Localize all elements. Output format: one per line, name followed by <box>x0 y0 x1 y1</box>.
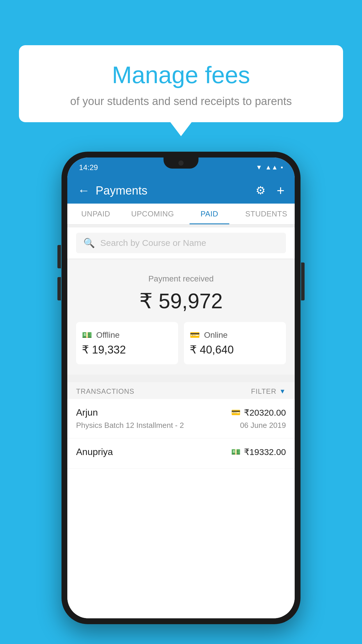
back-button[interactable]: ← <box>78 183 90 197</box>
transaction-course: Physics Batch 12 Installment - 2 <box>76 421 184 430</box>
signal-icon: ▲▲ <box>265 164 278 171</box>
add-button[interactable]: + <box>277 183 284 198</box>
camera-dot <box>178 160 184 166</box>
search-input-wrapper[interactable]: 🔍 Search by Course or Name <box>76 233 286 253</box>
search-input[interactable]: Search by Course or Name <box>100 238 206 248</box>
transactions-header: TRANSACTIONS FILTER ▼ <box>67 382 295 401</box>
phone-screen: 14:29 ▼ ▲▲ ▪ ← Payments ⚙ + <box>67 158 295 618</box>
online-card: 💳 Online ₹ 40,640 <box>184 322 286 364</box>
transactions-label: TRANSACTIONS <box>76 387 134 396</box>
online-amount: ₹ 40,640 <box>190 343 280 356</box>
transaction-name: Arjun <box>76 407 98 418</box>
payment-cards: 💵 Offline ₹ 19,332 💳 Online ₹ 40,640 <box>76 322 286 364</box>
battery-icon: ▪ <box>281 164 283 171</box>
online-card-header: 💳 Online <box>190 330 280 340</box>
notch-cutout <box>164 158 198 169</box>
side-button-vol-up <box>57 245 61 268</box>
transaction-amount: ₹19332.00 <box>244 447 286 457</box>
phone-frame: 14:29 ▼ ▲▲ ▪ ← Payments ⚙ + <box>61 152 301 624</box>
status-icons: ▼ ▲▲ ▪ <box>256 164 283 171</box>
manage-fees-subtitle: of your students and send receipts to pa… <box>36 95 326 108</box>
offline-card: 💵 Offline ₹ 19,332 <box>76 322 178 364</box>
cash-icon: 💵 <box>82 330 92 340</box>
tab-unpaid[interactable]: UNPAID <box>67 204 124 224</box>
transaction-row1: Arjun 💳 ₹20320.00 <box>76 407 286 418</box>
card-icon: 💳 <box>190 330 200 340</box>
phone-mockup: 14:29 ▼ ▲▲ ▪ ← Payments ⚙ + <box>61 152 301 624</box>
tab-upcoming[interactable]: UPCOMING <box>124 204 181 224</box>
transactions-list: Arjun 💳 ₹20320.00 Physics Batch 12 Insta… <box>67 399 295 618</box>
transaction-amount-row: 💵 ₹19332.00 <box>231 447 286 457</box>
manage-fees-title: Manage fees <box>36 61 326 89</box>
wifi-icon: ▼ <box>256 164 262 171</box>
page-title: Payments <box>96 184 250 197</box>
payment-received-label: Payment received <box>76 274 286 284</box>
search-bar: 🔍 Search by Course or Name <box>67 228 295 258</box>
side-button-vol-down <box>57 277 61 300</box>
transaction-item[interactable]: Anupriya 💵 ₹19332.00 <box>67 438 295 469</box>
transaction-date: 06 June 2019 <box>240 421 286 430</box>
offline-label: Offline <box>96 330 120 340</box>
transaction-name: Anupriya <box>76 447 113 457</box>
side-button-power <box>301 262 305 300</box>
payment-summary: Payment received ₹ 59,972 💵 Offline ₹ 19… <box>67 260 295 374</box>
status-bar: 14:29 ▼ ▲▲ ▪ <box>67 158 295 177</box>
transaction-amount-row: 💳 ₹20320.00 <box>231 407 286 418</box>
status-time: 14:29 <box>79 163 98 172</box>
transaction-amount: ₹20320.00 <box>244 407 286 418</box>
filter-icon: ▼ <box>279 388 286 395</box>
offline-card-header: 💵 Offline <box>82 330 172 340</box>
tabs-bar: UNPAID UPCOMING PAID STUDENTS <box>67 204 295 225</box>
search-icon: 🔍 <box>83 237 95 249</box>
transaction-item[interactable]: Arjun 💳 ₹20320.00 Physics Batch 12 Insta… <box>67 399 295 438</box>
online-label: Online <box>204 330 228 340</box>
transaction-row1: Anupriya 💵 ₹19332.00 <box>76 447 286 457</box>
payment-type-icon: 💵 <box>231 447 240 456</box>
filter-label: FILTER <box>251 387 276 396</box>
filter-button[interactable]: FILTER ▼ <box>251 387 286 396</box>
offline-amount: ₹ 19,332 <box>82 343 172 356</box>
app-header: ← Payments ⚙ + <box>67 177 295 204</box>
tab-paid[interactable]: PAID <box>181 204 238 224</box>
payment-total-amount: ₹ 59,972 <box>76 289 286 313</box>
transaction-row2: Physics Batch 12 Installment - 2 06 June… <box>76 421 286 430</box>
tab-students[interactable]: STUDENTS <box>238 204 295 224</box>
settings-icon[interactable]: ⚙ <box>256 184 266 197</box>
speech-bubble: Manage fees of your students and send re… <box>19 45 343 122</box>
speech-bubble-container: Manage fees of your students and send re… <box>19 45 343 122</box>
payment-type-icon: 💳 <box>231 408 240 417</box>
